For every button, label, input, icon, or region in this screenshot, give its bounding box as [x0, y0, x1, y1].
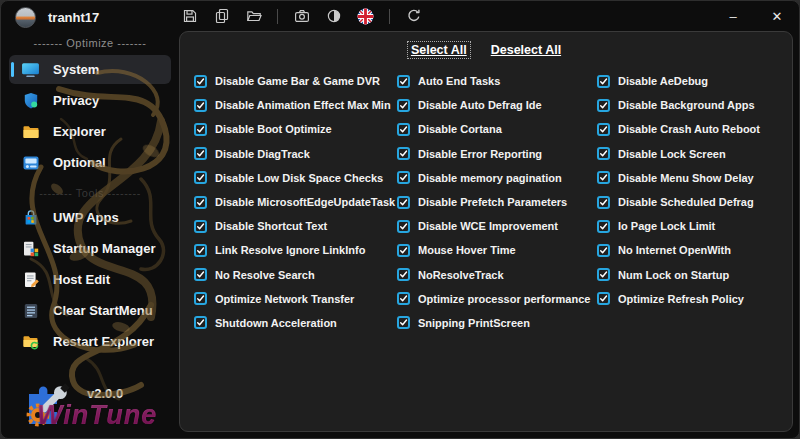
section-label-optimize: ------- Optimize ------- — [1, 37, 179, 49]
checkbox-checked-icon[interactable] — [597, 196, 610, 209]
tweak-checkbox-item[interactable]: Disable Prefetch Parameters — [397, 190, 597, 214]
tweak-checkbox-item[interactable]: Disable Cortana — [397, 117, 597, 141]
checkbox-checked-icon[interactable] — [194, 292, 207, 305]
user-chip[interactable]: tranht17 — [15, 7, 99, 28]
refresh-icon[interactable] — [405, 8, 422, 25]
checkbox-checked-icon[interactable] — [597, 292, 610, 305]
checkbox-checked-icon[interactable] — [397, 220, 410, 233]
sidebar-item-host-edit[interactable]: Host Edit — [9, 265, 171, 294]
checkbox-checked-icon[interactable] — [597, 171, 610, 184]
checkbox-checked-icon[interactable] — [597, 75, 610, 88]
tweak-checkbox-item[interactable]: Disable Shortcut Text — [194, 214, 397, 238]
checkbox-checked-icon[interactable] — [194, 123, 207, 136]
checkbox-checked-icon[interactable] — [597, 99, 610, 112]
tweaks-column-2: Auto End TasksDisable Auto Defrag IdeDis… — [397, 69, 597, 335]
tweak-checkbox-item[interactable]: Disable Animation Effect Max Min — [194, 93, 397, 117]
theme-toggle-icon[interactable] — [325, 8, 342, 25]
checkbox-checked-icon[interactable] — [194, 316, 207, 329]
checkbox-checked-icon[interactable] — [194, 244, 207, 257]
checkbox-checked-icon[interactable] — [397, 123, 410, 136]
app-logo: v2.0.0 WinTune — [21, 376, 171, 434]
checkbox-checked-icon[interactable] — [194, 268, 207, 281]
checkbox-checked-icon[interactable] — [397, 75, 410, 88]
checkbox-checked-icon[interactable] — [194, 147, 207, 160]
tweak-checkbox-item[interactable]: Mouse Hover Time — [397, 238, 597, 262]
tweak-checkbox-item[interactable]: Disable MicrosoftEdgeUpdateTask — [194, 190, 397, 214]
tweak-checkbox-item[interactable]: Disable Auto Defrag Ide — [397, 93, 597, 117]
sidebar-item-privacy[interactable]: Privacy — [9, 86, 171, 115]
tweak-checkbox-item[interactable]: Shutdown Acceleration — [194, 311, 397, 335]
checkbox-checked-icon[interactable] — [397, 292, 410, 305]
tweak-label: Disable AeDebug — [618, 75, 708, 87]
tweaks-column-1: Disable Game Bar & Game DVRDisable Anima… — [194, 69, 397, 335]
checkbox-checked-icon[interactable] — [194, 196, 207, 209]
checkbox-checked-icon[interactable] — [397, 99, 410, 112]
checkbox-checked-icon[interactable] — [194, 220, 207, 233]
sidebar-item-label: Startup Manager — [53, 241, 156, 256]
checkbox-checked-icon[interactable] — [597, 244, 610, 257]
tweak-label: No Resolve Search — [215, 269, 315, 281]
tweak-checkbox-item[interactable]: No Resolve Search — [194, 263, 397, 287]
checkbox-checked-icon[interactable] — [397, 316, 410, 329]
checkbox-checked-icon[interactable] — [397, 147, 410, 160]
tweak-checkbox-item[interactable]: Disable Error Reporting — [397, 142, 597, 166]
close-button[interactable]: ✕ — [755, 1, 799, 31]
sidebar-item-label: Host Edit — [53, 272, 110, 287]
tweak-checkbox-item[interactable]: Num Lock on Startup — [597, 263, 792, 287]
checkbox-checked-icon[interactable] — [397, 244, 410, 257]
tweak-checkbox-item[interactable]: Auto End Tasks — [397, 69, 597, 93]
checkbox-checked-icon[interactable] — [194, 171, 207, 184]
open-folder-icon[interactable] — [245, 8, 262, 25]
minimize-button[interactable]: – — [711, 1, 755, 31]
tweak-checkbox-item[interactable]: Disable Lock Screen — [597, 142, 792, 166]
tweak-checkbox-item[interactable]: Optimize processor performance — [397, 287, 597, 311]
screenshot-icon[interactable] — [293, 8, 310, 25]
startup-grid-icon — [21, 239, 40, 258]
tweak-checkbox-item[interactable]: Link Resolve Ignore LinkInfo — [194, 238, 397, 262]
checkbox-checked-icon[interactable] — [397, 268, 410, 281]
language-flag-icon[interactable] — [357, 8, 374, 25]
deselect-all-button[interactable]: Deselect All — [488, 42, 564, 58]
shield-icon — [21, 91, 40, 110]
sidebar-item-optional[interactable]: Optional — [9, 148, 171, 177]
tweak-label: Disable Low Disk Space Checks — [215, 172, 383, 184]
tweak-checkbox-item[interactable]: NoResolveTrack — [397, 263, 597, 287]
tweak-checkbox-item[interactable]: Snipping PrintScreen — [397, 311, 597, 335]
checkbox-checked-icon[interactable] — [597, 220, 610, 233]
tweak-checkbox-item[interactable]: Disable Game Bar & Game DVR — [194, 69, 397, 93]
checkbox-checked-icon[interactable] — [597, 123, 610, 136]
tweak-checkbox-item[interactable]: Io Page Lock Limit — [597, 214, 792, 238]
sidebar-item-clear-startmenu[interactable]: Clear StartMenu — [9, 296, 171, 325]
checkbox-checked-icon[interactable] — [194, 75, 207, 88]
tweak-checkbox-item[interactable]: Disable AeDebug — [597, 69, 792, 93]
sidebar-item-system[interactable]: System — [9, 55, 171, 84]
sidebar-item-restart-explorer[interactable]: Restart Explorer — [9, 327, 171, 356]
tweak-checkbox-item[interactable]: Disable Scheduled Defrag — [597, 190, 792, 214]
select-all-button[interactable]: Select All — [408, 42, 470, 58]
tweak-checkbox-item[interactable]: Disable DiagTrack — [194, 142, 397, 166]
copy-icon[interactable] — [213, 8, 230, 25]
tweak-checkbox-item[interactable]: Disable WCE Improvement — [397, 214, 597, 238]
tweak-checkbox-item[interactable]: Disable Low Disk Space Checks — [194, 166, 397, 190]
tweak-label: Auto End Tasks — [418, 75, 500, 87]
sidebar-item-startup-manager[interactable]: Startup Manager — [9, 234, 171, 263]
checkbox-checked-icon[interactable] — [597, 268, 610, 281]
checkbox-checked-icon[interactable] — [397, 196, 410, 209]
panel-icon — [21, 153, 40, 172]
tweak-checkbox-item[interactable]: Disable Background Apps — [597, 93, 792, 117]
checkbox-checked-icon[interactable] — [194, 99, 207, 112]
tweak-checkbox-item[interactable]: Disable memory pagination — [397, 166, 597, 190]
tweak-label: Disable Auto Defrag Ide — [418, 99, 542, 111]
tweak-checkbox-item[interactable]: Optimize Refresh Policy — [597, 287, 792, 311]
tweak-checkbox-item[interactable]: Disable Menu Show Delay — [597, 166, 792, 190]
tweak-checkbox-item[interactable]: No Internet OpenWith — [597, 238, 792, 262]
tweak-checkbox-item[interactable]: Disable Crash Auto Reboot — [597, 117, 792, 141]
tweak-label: Disable Error Reporting — [418, 148, 542, 160]
checkbox-checked-icon[interactable] — [397, 171, 410, 184]
sidebar-item-uwp-apps[interactable]: UWP Apps — [9, 203, 171, 232]
tweak-checkbox-item[interactable]: Disable Boot Optimize — [194, 117, 397, 141]
checkbox-checked-icon[interactable] — [597, 147, 610, 160]
save-icon[interactable] — [181, 8, 198, 25]
tweak-checkbox-item[interactable]: Optimize Network Transfer — [194, 287, 397, 311]
sidebar-item-explorer[interactable]: Explorer — [9, 117, 171, 146]
